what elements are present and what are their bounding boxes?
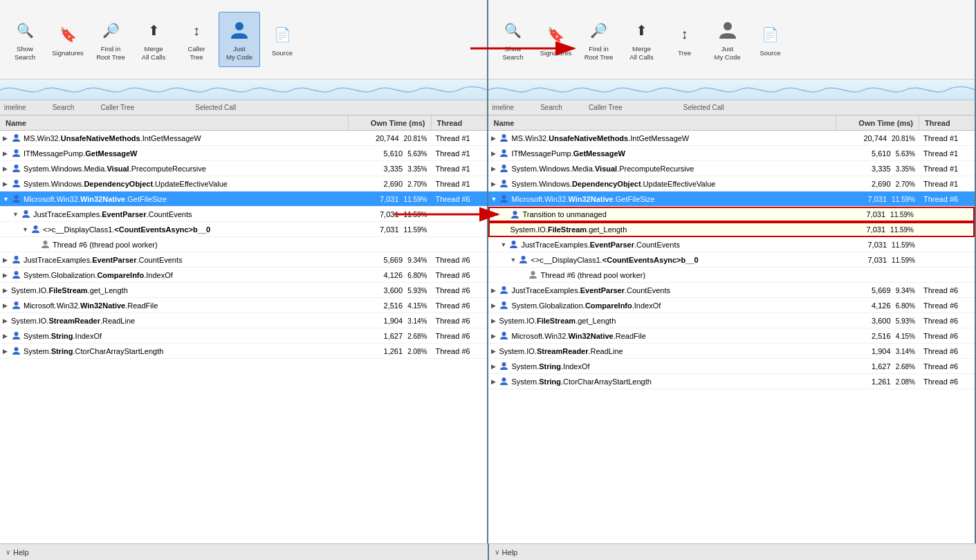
expand-arrow[interactable]: ▶ <box>491 363 498 370</box>
indent-spacer <box>492 225 501 234</box>
cell-name: ▶ITfMessagePump.GetMessageW <box>488 149 837 158</box>
table-row[interactable]: ▶System.Windows.DependencyObject.UpdateE… <box>488 176 975 192</box>
own-time-pct: 4.15% <box>407 302 427 310</box>
table-row[interactable]: ▼<>c__DisplayClass1.<CountEventsAsync>b_… <box>0 222 487 237</box>
expand-arrow[interactable]: ▶ <box>3 287 10 294</box>
svg-point-22 <box>522 256 526 260</box>
expand-arrow[interactable]: ▶ <box>491 150 498 157</box>
expand-arrow[interactable]: ▼ <box>501 241 508 248</box>
expand-arrow[interactable]: ▼ <box>510 256 517 263</box>
expand-arrow[interactable]: ▶ <box>491 165 498 172</box>
svg-point-1 <box>14 134 18 138</box>
col-header-own-time-right: Own Time (ms) <box>836 115 919 130</box>
expand-arrow[interactable]: ▶ <box>491 333 498 339</box>
table-row[interactable]: ▼Microsoft.Win32.Win32Native.GetFileSize… <box>488 192 975 207</box>
expand-arrow[interactable]: ▶ <box>491 180 498 187</box>
merge-all-calls-button-right[interactable]: ⬆ MergeAll Calls <box>621 12 663 67</box>
expand-arrow[interactable]: ▶ <box>3 135 10 142</box>
expand-arrow[interactable]: ▼ <box>491 196 498 203</box>
table-row[interactable]: ▶JustTraceExamples.EventParser.CountEven… <box>488 283 975 298</box>
table-row[interactable]: ▶System.IO.FileStream.get_Length3,600 5.… <box>488 313 975 328</box>
table-row[interactable]: ▶System.IO.FileStream.get_Length3,600 5.… <box>0 283 487 298</box>
own-time-pct: 5.63% <box>407 150 427 158</box>
expand-arrow[interactable]: ▶ <box>491 135 498 142</box>
signatures-label-right: Signatures <box>540 49 571 57</box>
expand-arrow[interactable]: ▶ <box>3 333 10 339</box>
source-button-right[interactable]: 📄 Source <box>750 12 791 67</box>
table-row[interactable]: Transition to unmanaged7,031 11.59% <box>488 207 975 222</box>
table-row[interactable]: ▶System.Windows.Media.Visual.PrecomputeR… <box>488 161 975 176</box>
table-row[interactable]: Thread #6 (thread pool worker) <box>488 268 975 283</box>
table-row[interactable]: System.IO.FileStream.get_Length7,031 11.… <box>488 222 975 237</box>
table-row[interactable]: ▼Microsoft.Win32.Win32Native.GetFileSize… <box>0 192 487 207</box>
table-row[interactable]: ▼JustTraceExamples.EventParser.CountEven… <box>488 237 975 252</box>
expand-arrow[interactable]: ▶ <box>3 180 10 187</box>
table-row[interactable]: ▼JustTraceExamples.EventParser.CountEven… <box>0 207 487 222</box>
merge-all-calls-button-left[interactable]: ⬆ MergeAll Calls <box>133 12 174 67</box>
expand-arrow[interactable]: ▶ <box>3 302 10 309</box>
signatures-label-left: Signatures <box>52 49 83 57</box>
table-row[interactable]: ▶Microsoft.Win32.Win32Native.ReadFile2,5… <box>488 328 975 344</box>
expand-arrow[interactable]: ▶ <box>3 272 10 279</box>
expand-arrow[interactable]: ▶ <box>491 317 498 324</box>
find-root-tree-button-left[interactable]: 🔎 Find inRoot Tree <box>90 12 131 67</box>
signatures-button-left[interactable]: 🔖 Signatures <box>47 12 89 67</box>
table-row[interactable]: ▶Microsoft.Win32.Win32Native.ReadFile2,5… <box>0 298 487 313</box>
expand-arrow[interactable]: ▶ <box>491 287 498 294</box>
table-row[interactable]: ▶System.Windows.Media.Visual.PrecomputeR… <box>0 161 487 176</box>
person-icon <box>499 194 509 204</box>
table-row[interactable]: ▶JustTraceExamples.EventParser.CountEven… <box>0 252 487 268</box>
show-search-button-right[interactable]: 🔍 ShowSearch <box>492 12 534 67</box>
source-button-left[interactable]: 📄 Source <box>261 12 303 67</box>
cell-thread: Thread #1 <box>919 180 975 188</box>
table-row[interactable]: ▶System.String.IndexOf1,627 2.68%Thread … <box>0 328 487 344</box>
caller-tree-button-left[interactable]: ↕ CallerTree <box>176 12 217 67</box>
merge-icon: ⬆ <box>141 18 166 43</box>
show-search-button-left[interactable]: 🔍 ShowSearch <box>4 12 46 67</box>
indent-spacer <box>491 271 499 279</box>
expand-arrow[interactable]: ▶ <box>3 150 10 157</box>
expand-arrow[interactable]: ▶ <box>3 165 10 172</box>
own-time-pct: 9.34% <box>407 256 427 264</box>
table-row[interactable]: ▶System.Globalization.CompareInfo.IndexO… <box>488 298 975 313</box>
table-row[interactable]: ▶ITfMessagePump.GetMessageW5,610 5.63%Th… <box>488 146 975 161</box>
table-row[interactable]: ▶System.IO.StreamReader.ReadLine1,904 3.… <box>0 313 487 328</box>
cell-name: ▶System.IO.StreamReader.ReadLine <box>488 347 837 355</box>
svg-point-21 <box>512 241 516 245</box>
just-my-code-button-right[interactable]: JustMy Code <box>707 12 748 67</box>
method-name: MS.Win32.UnsafeNativeMethods.IntGetMessa… <box>512 134 690 142</box>
cell-thread: Thread #6 <box>919 332 975 340</box>
method-name: Thread #6 (thread pool worker) <box>541 271 646 279</box>
cell-own-time: 1,904 3.14% <box>836 347 919 355</box>
caller-tree-button-right[interactable]: ↕ Tree <box>664 12 706 67</box>
signatures-button-right[interactable]: 🔖 Signatures <box>535 12 577 67</box>
expand-arrow[interactable]: ▶ <box>491 348 498 355</box>
expand-arrow[interactable]: ▶ <box>3 348 10 355</box>
expand-arrow[interactable]: ▶ <box>491 378 498 385</box>
table-row[interactable]: ▶System.String.CtorCharArrayStartLength1… <box>488 374 975 389</box>
find-root-tree-button-right[interactable]: 🔎 Find inRoot Tree <box>578 12 620 67</box>
indent-spacer <box>3 225 11 234</box>
table-row[interactable]: ▶System.IO.StreamReader.ReadLine1,904 3.… <box>488 344 975 359</box>
table-row[interactable]: ▶System.String.IndexOf1,627 2.68%Thread … <box>488 359 975 374</box>
table-row[interactable]: ▶MS.Win32.UnsafeNativeMethods.IntGetMess… <box>488 131 975 146</box>
table-row[interactable]: ▶System.Globalization.CompareInfo.IndexO… <box>0 268 487 283</box>
expand-arrow[interactable]: ▼ <box>22 226 29 233</box>
table-row[interactable]: ▶MS.Win32.UnsafeNativeMethods.IntGetMess… <box>0 131 487 146</box>
table-row[interactable]: ▶ITfMessagePump.GetMessageW5,610 5.63%Th… <box>0 146 487 161</box>
expand-arrow[interactable]: ▼ <box>3 196 10 203</box>
own-time-pct: 2.68% <box>407 333 427 340</box>
just-my-code-button-left[interactable]: JustMy Code <box>219 12 260 67</box>
table-row[interactable]: ▼<>c__DisplayClass1.<CountEventsAsync>b_… <box>488 252 975 268</box>
person-icon <box>509 240 519 250</box>
svg-point-10 <box>14 271 18 275</box>
table-row[interactable]: ▶System.String.CtorCharArrayStartLength1… <box>0 344 487 359</box>
table-row[interactable]: ▶System.Windows.DependencyObject.UpdateE… <box>0 176 487 192</box>
right-help-label: Help <box>502 548 518 557</box>
expand-arrow[interactable]: ▶ <box>3 317 10 324</box>
person-icon <box>11 255 21 265</box>
expand-arrow[interactable]: ▶ <box>491 302 498 309</box>
expand-arrow[interactable]: ▼ <box>12 211 19 218</box>
expand-arrow[interactable]: ▶ <box>3 256 10 263</box>
table-row[interactable]: Thread #6 (thread pool worker) <box>0 237 487 252</box>
